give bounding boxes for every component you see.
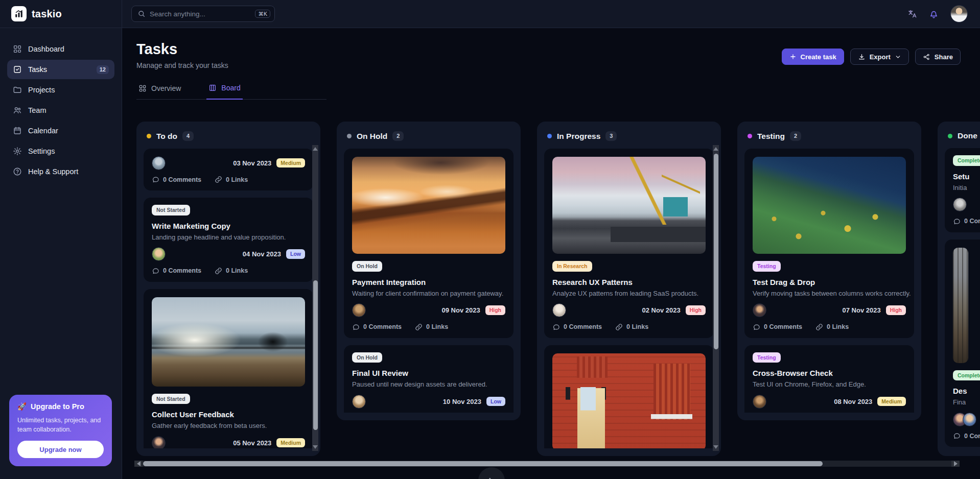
task-card[interactable]: CompletedDesFina0 Comments <box>945 240 980 447</box>
column-status-dot <box>547 134 552 138</box>
topbar-actions <box>907 5 980 22</box>
sidebar-item-settings[interactable]: Settings <box>7 141 114 161</box>
view-tabs: Overview Board <box>136 82 326 100</box>
export-button[interactable]: Export <box>850 49 909 65</box>
task-card[interactable]: Not StartedWrite Marketing CopyLanding p… <box>144 198 313 282</box>
task-card[interactable]: Not StartedCollect User FeedbackGather e… <box>144 289 313 448</box>
bell-icon[interactable] <box>928 9 939 19</box>
column-count-badge: 2 <box>392 131 404 141</box>
task-card[interactable]: CompletedSetuInitia0 Comments <box>945 148 980 232</box>
task-description: Landing page headline and value proposit… <box>152 233 305 241</box>
due-date: 10 Nov 2023 <box>443 398 481 405</box>
sidebar-item-calendar[interactable]: Calendar <box>7 121 114 140</box>
scroll-left-arrow[interactable] <box>134 461 143 467</box>
comments-count: 0 Comments <box>753 323 802 331</box>
comments-count: 0 Comments <box>352 323 402 331</box>
upgrade-now-button[interactable]: Upgrade now <box>17 441 104 458</box>
sidebar-item-dashboard[interactable]: Dashboard <box>7 39 114 59</box>
column-scrollbar[interactable] <box>312 145 318 451</box>
due-date: 02 Nov 2023 <box>642 306 681 314</box>
column-header: On Hold2 <box>344 129 514 149</box>
calendar-icon <box>13 126 22 135</box>
status-badge: Not Started <box>152 394 190 404</box>
links-count: 0 Links <box>615 323 648 331</box>
column-count-badge: 4 <box>182 131 194 141</box>
due-date: 09 Nov 2023 <box>442 306 480 314</box>
task-card[interactable]: TestingCross-Browser CheckTest UI on Chr… <box>744 345 914 413</box>
link-icon <box>215 267 222 275</box>
column-name: On Hold <box>357 132 387 141</box>
column-scroll-thumb[interactable] <box>313 280 318 430</box>
column-cards: CompletedSetuInitia0 CommentsCompletedDe… <box>945 148 980 448</box>
app-window: taskio ⌘K DashboardTasks12ProjectsTeamCa… <box>0 0 980 479</box>
search-bar[interactable]: ⌘K <box>131 6 275 22</box>
task-title: Final UI Review <box>352 369 505 377</box>
task-card[interactable]: On HoldFinal UI ReviewPaused until new d… <box>344 345 514 413</box>
sidebar-item-projects[interactable]: Projects <box>7 80 114 100</box>
search-shortcut-kbd: ⌘K <box>255 10 270 18</box>
comment-icon <box>953 218 961 225</box>
scroll-up-arrow[interactable] <box>313 147 318 151</box>
sidebar-item-label: Team <box>28 106 46 114</box>
task-card[interactable]: TestingTest Drag & DropVerify moving tas… <box>744 149 914 338</box>
upgrade-card: 🚀 Upgrade to Pro Unlimited tasks, projec… <box>9 395 112 466</box>
share-button[interactable]: Share <box>915 49 961 65</box>
link-icon <box>415 323 423 331</box>
task-title: Research UX Patterns <box>552 278 706 286</box>
comment-icon <box>352 323 360 331</box>
task-footer: 0 Comments0 Links <box>152 267 305 275</box>
taskio-logo-icon <box>11 6 27 21</box>
search-input[interactable] <box>150 10 251 18</box>
scroll-down-arrow[interactable] <box>713 445 718 449</box>
scroll-down-arrow[interactable] <box>313 445 318 449</box>
scroll-up-arrow[interactable] <box>713 147 718 151</box>
comment-icon <box>753 323 760 331</box>
assignee-avatar <box>152 156 166 170</box>
links-count: 0 Links <box>815 323 849 331</box>
task-card[interactable]: On HoldPayment IntegrationWaiting for cl… <box>344 149 514 338</box>
task-title: Payment Integration <box>352 278 505 286</box>
task-title: Setu <box>953 172 980 181</box>
tab-overview[interactable]: Overview <box>136 82 183 99</box>
board-column-to-do: To do403 Nov 2023Medium0 Comments0 Links… <box>136 122 320 456</box>
due-date: 04 Nov 2023 <box>243 250 281 258</box>
upgrade-description: Unlimited tasks, projects, and team coll… <box>17 416 104 434</box>
sidebar-item-team[interactable]: Team <box>7 101 114 120</box>
task-card[interactable]: In Progress <box>544 345 714 448</box>
due-date: 03 Nov 2023 <box>233 159 271 167</box>
task-card[interactable]: In ResearchResearch UX PatternsAnalyze U… <box>544 149 714 338</box>
tab-board[interactable]: Board <box>206 82 242 100</box>
task-description: Waiting for client confirmation on payme… <box>352 290 505 297</box>
assignee-avatar <box>953 198 967 211</box>
task-card[interactable]: 03 Nov 2023Medium0 Comments0 Links <box>144 149 313 190</box>
gear-icon <box>13 147 22 156</box>
column-status-dot <box>147 134 151 138</box>
due-date: 08 Nov 2023 <box>834 398 872 405</box>
sidebar-item-tasks[interactable]: Tasks12 <box>7 60 114 79</box>
chevron-down-icon <box>895 54 901 60</box>
status-badge: Testing <box>753 352 781 363</box>
priority-badge: High <box>485 305 505 315</box>
column-scrollbar[interactable] <box>713 145 719 451</box>
horizontal-scroll-thumb[interactable] <box>143 461 823 466</box>
column-count-badge: 3 <box>605 131 617 141</box>
task-meta-row: 05 Nov 2023Medium <box>152 436 305 448</box>
overview-grid-icon <box>138 84 147 92</box>
status-badge: Not Started <box>152 205 190 215</box>
link-icon <box>815 323 823 331</box>
task-footer: 0 Comments0 Links <box>753 323 906 331</box>
create-task-button[interactable]: Create task <box>782 49 844 65</box>
link-icon <box>215 176 222 183</box>
status-badge: On Hold <box>352 261 382 272</box>
translate-icon[interactable] <box>907 9 917 19</box>
due-date: 07 Nov 2023 <box>843 306 881 314</box>
board-horizontal-scrollbar[interactable] <box>134 461 960 467</box>
sidebar-nav: DashboardTasks12ProjectsTeamCalendarSett… <box>7 39 114 181</box>
column-header: Done <box>945 129 980 148</box>
column-status-dot <box>948 134 952 138</box>
sidebar-item-help-support[interactable]: Help & Support <box>7 162 114 181</box>
scroll-right-arrow[interactable] <box>951 461 960 467</box>
column-scroll-thumb[interactable] <box>714 154 718 349</box>
task-footer: 0 Comments0 Links <box>552 323 706 331</box>
user-avatar[interactable] <box>950 5 968 22</box>
